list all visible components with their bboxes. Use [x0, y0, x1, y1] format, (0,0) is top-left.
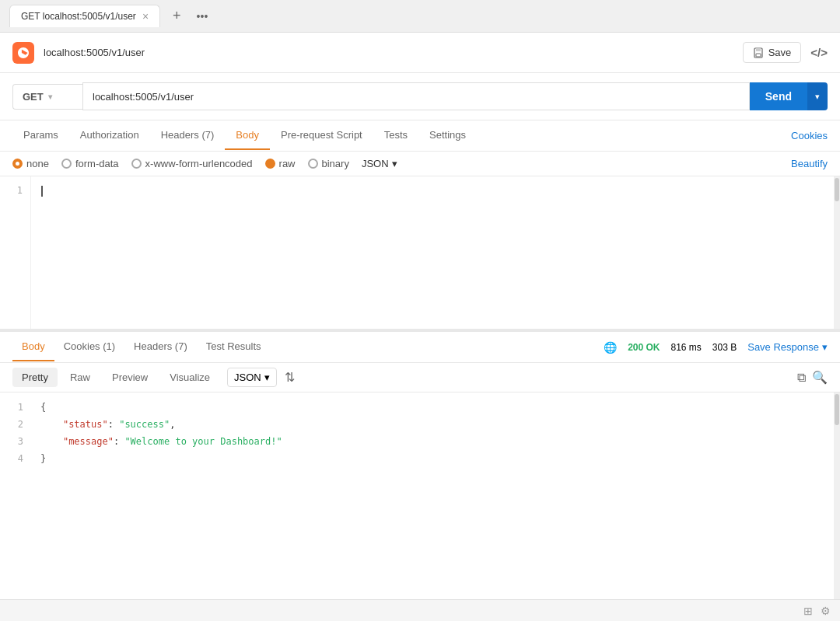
tab-more-button[interactable]: ••• — [194, 10, 212, 23]
method-dropdown-arrow: ▾ — [48, 92, 52, 101]
browser-tab[interactable]: GET localhost:5005/v1/user × — [9, 5, 160, 27]
search-response-button[interactable]: 🔍 — [812, 370, 828, 385]
editor-content[interactable] — [31, 176, 834, 329]
radio-binary-dot — [308, 159, 318, 169]
format-tab-visualize[interactable]: Visualize — [160, 368, 219, 387]
radio-binary-label: binary — [322, 158, 349, 169]
body-options-right: Beautify — [791, 158, 828, 169]
tab-authorization[interactable]: Authorization — [69, 121, 150, 150]
response-size: 303 B — [712, 342, 737, 353]
request-bar: GET ▾ Send ▾ — [0, 73, 840, 120]
method-select[interactable]: GET ▾ — [12, 84, 82, 110]
json-format-select[interactable]: JSON ▾ — [362, 158, 397, 169]
radio-urlencoded-dot — [131, 159, 142, 169]
tab-tests[interactable]: Tests — [373, 121, 418, 150]
body-options: none form-data x-www-form-urlencoded raw… — [0, 152, 840, 176]
method-label: GET — [23, 91, 44, 103]
editor-scrollbar-thumb — [835, 178, 839, 201]
format-filter-icon[interactable]: ⇅ — [285, 370, 295, 385]
new-tab-button[interactable]: + — [168, 8, 186, 24]
response-meta: 🌐 200 OK 816 ms 303 B Save Response ▾ — [604, 341, 828, 354]
editor-line-numbers: 1 — [0, 176, 31, 329]
response-format-label: JSON — [234, 372, 261, 383]
radio-binary[interactable]: binary — [308, 158, 349, 169]
send-button[interactable]: Send — [750, 82, 807, 110]
radio-raw-label: raw — [279, 158, 296, 169]
response-format-arrow: ▾ — [264, 372, 270, 383]
bottom-bar: ⊞ ⚙ — [0, 599, 840, 621]
svg-rect-0 — [12, 42, 34, 64]
cookies-link[interactable]: Cookies — [791, 130, 828, 141]
response-body: 1 2 3 4 { "status": "success", "message"… — [0, 392, 840, 599]
json-format-arrow: ▾ — [392, 158, 397, 169]
tab-pre-request[interactable]: Pre-request Script — [270, 121, 373, 150]
radio-none[interactable]: none — [12, 158, 49, 169]
radio-form-data[interactable]: form-data — [61, 158, 119, 169]
svg-rect-3 — [756, 54, 761, 57]
save-button[interactable]: Save — [743, 42, 802, 63]
tab-close-icon[interactable]: × — [142, 10, 149, 23]
response-tab-cookies[interactable]: Cookies (1) — [54, 333, 124, 361]
tab-headers[interactable]: Headers (7) — [150, 121, 226, 150]
response-line-4: } — [40, 450, 824, 467]
tab-label: GET localhost:5005/v1/user — [21, 11, 136, 22]
radio-urlencoded-label: x-www-form-urlencoded — [145, 158, 253, 169]
cursor-indicator — [41, 186, 43, 197]
response-tab-test-results[interactable]: Test Results — [197, 333, 271, 361]
response-tab-headers[interactable]: Headers (7) — [124, 333, 197, 361]
globe-icon: 🌐 — [604, 341, 617, 354]
format-right-actions: ⧉ 🔍 — [797, 370, 828, 385]
send-dropdown-button[interactable]: ▾ — [807, 82, 828, 110]
tabs-right: Cookies — [791, 130, 828, 141]
radio-form-data-label: form-data — [75, 158, 119, 169]
radio-raw[interactable]: raw — [265, 158, 296, 169]
settings-icon[interactable]: ⚙ — [821, 605, 831, 617]
postman-logo-icon — [12, 42, 34, 64]
copy-response-button[interactable]: ⧉ — [797, 371, 806, 385]
url-input[interactable] — [82, 82, 750, 110]
response-scrollbar[interactable] — [834, 392, 840, 599]
status-code: 200 OK — [628, 342, 660, 353]
response-line-2: "status": "success", — [40, 416, 824, 433]
save-icon — [753, 47, 764, 58]
response-time: 816 ms — [671, 342, 702, 353]
json-format-label: JSON — [362, 158, 389, 169]
radio-none-dot — [12, 159, 23, 169]
editor-scrollbar[interactable] — [834, 176, 840, 329]
radio-urlencoded[interactable]: x-www-form-urlencoded — [131, 158, 253, 169]
response-line-1: { — [40, 399, 824, 416]
radio-raw-dot — [265, 159, 275, 169]
response-line-3: "message": "Welcome to your Dashboard!" — [40, 433, 824, 450]
tab-params[interactable]: Params — [12, 121, 69, 150]
response-scrollbar-thumb — [835, 394, 839, 425]
browser-chrome: GET localhost:5005/v1/user × + ••• — [0, 0, 840, 33]
send-btn-container: Send ▾ — [750, 82, 828, 110]
response-tab-body[interactable]: Body — [12, 333, 54, 361]
top-bar-url: localhost:5005/v1/user — [44, 47, 743, 58]
radio-none-label: none — [26, 158, 49, 169]
beautify-button[interactable]: Beautify — [791, 158, 828, 169]
response-tabs-bar: Body Cookies (1) Headers (7) Test Result… — [0, 332, 840, 363]
response-code-content: { "status": "success", "message": "Welco… — [31, 392, 834, 599]
grid-icon[interactable]: ⊞ — [803, 605, 813, 617]
format-tab-raw[interactable]: Raw — [61, 368, 100, 387]
tab-body[interactable]: Body — [225, 121, 270, 150]
top-bar-actions: Save </> — [743, 42, 828, 63]
save-response-arrow: ▾ — [822, 341, 828, 353]
top-bar: localhost:5005/v1/user Save </> — [0, 33, 840, 73]
response-section: Body Cookies (1) Headers (7) Test Result… — [0, 332, 840, 599]
format-tab-preview[interactable]: Preview — [103, 368, 157, 387]
radio-form-data-dot — [61, 159, 72, 169]
tab-settings[interactable]: Settings — [418, 121, 477, 150]
save-response-button[interactable]: Save Response ▾ — [747, 341, 828, 353]
response-format-bar: Pretty Raw Preview Visualize JSON ▾ ⇅ ⧉ … — [0, 363, 840, 392]
svg-rect-2 — [756, 48, 761, 51]
response-line-numbers: 1 2 3 4 — [0, 392, 31, 599]
request-tabs-bar: Params Authorization Headers (7) Body Pr… — [0, 120, 840, 152]
code-editor: 1 — [0, 176, 840, 332]
format-tab-pretty[interactable]: Pretty — [12, 368, 58, 387]
response-format-select[interactable]: JSON ▾ — [227, 368, 277, 387]
code-button[interactable]: </> — [810, 46, 828, 59]
save-label: Save — [768, 47, 792, 58]
postman-ui: localhost:5005/v1/user Save </> GET ▾ Se… — [0, 33, 840, 621]
